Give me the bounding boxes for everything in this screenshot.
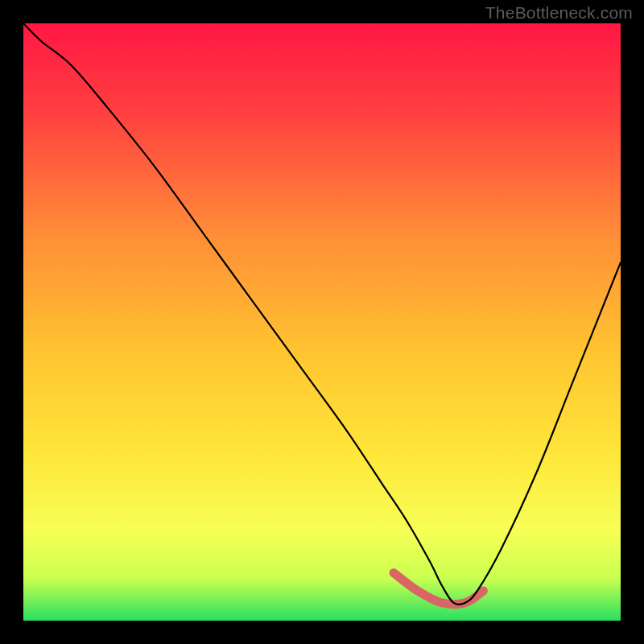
chart-frame: TheBottleneck.com	[0, 0, 644, 644]
chart-canvas	[0, 0, 644, 644]
